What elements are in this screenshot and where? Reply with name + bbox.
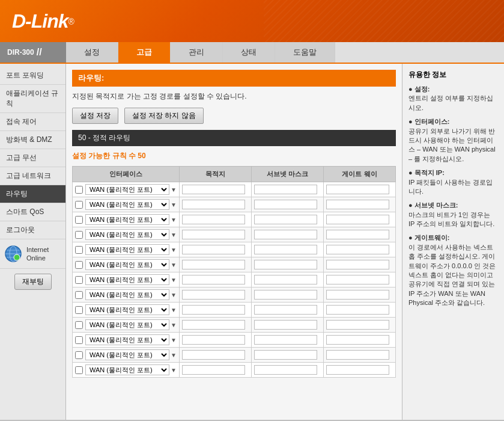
nosave-button[interactable]: 설정 저장 하지 않음 [124,108,204,124]
iface-select[interactable]: WAN (물리적인 포트) [85,214,169,225]
row-checkbox[interactable] [75,351,83,359]
sidebar-item-advnetwork[interactable]: 고급 네트워크 [0,167,65,185]
row-checkbox[interactable] [75,306,83,314]
subnet-input[interactable] [254,245,317,254]
table-row: WAN (물리적인 포트) ▼ [73,333,396,348]
tab-advanced[interactable]: 고급 [118,42,171,63]
iface-select[interactable]: WAN (물리적인 포트) [85,199,169,210]
sidebar-item-logout[interactable]: 로그아웃 [0,221,65,239]
sidebar-item-apprules[interactable]: 애플리케이션 규칙 [0,85,65,113]
iface-cell: WAN (물리적인 포트) ▼ [73,242,180,257]
sidebar-item-qos[interactable]: 스마트 QoS [0,203,65,221]
destination-input[interactable] [182,350,245,360]
reboot-button[interactable]: 재부팅 [14,274,52,290]
destination-input[interactable] [182,305,245,315]
destination-input[interactable] [182,275,245,284]
destination-input[interactable] [182,335,245,345]
sidebar-item-advwireless[interactable]: 고급 무선 [0,149,65,167]
subnet-input[interactable] [254,230,317,239]
subnet-input[interactable] [254,320,317,330]
gateway-cell [323,182,395,197]
destination-input[interactable] [182,290,245,300]
iface-cell: WAN (물리적인 포트) ▼ [73,303,180,318]
destination-input[interactable] [182,215,245,224]
tab-management[interactable]: 관리 [171,42,223,63]
subnet-input[interactable] [254,275,317,284]
destination-input[interactable] [182,185,245,194]
row-checkbox[interactable] [75,321,83,329]
iface-select[interactable]: WAN (물리적인 포트) [85,184,169,195]
destination-input[interactable] [182,230,245,239]
iface-select[interactable]: WAN (물리적인 포트) [85,274,169,285]
sidebar-item-firewall[interactable]: 방화벽 & DMZ [0,131,65,149]
subnet-input[interactable] [254,365,317,375]
iface-select[interactable]: WAN (물리적인 포트) [85,304,169,315]
gateway-input[interactable] [326,305,389,315]
internet-status-text: InternetOnline [26,245,49,263]
iface-select[interactable]: WAN (물리적인 포트) [85,244,169,255]
table-section-header: 50 - 정적 라우팅 [72,130,396,146]
subnet-input[interactable] [254,215,317,224]
destination-input[interactable] [182,260,245,269]
row-checkbox[interactable] [75,231,83,239]
destination-input[interactable] [182,245,245,254]
gateway-input[interactable] [326,350,389,360]
save-button[interactable]: 설정 저장 [72,108,118,124]
row-checkbox[interactable] [75,366,83,374]
iface-cell: WAN (물리적인 포트) ▼ [73,227,180,242]
iface-select[interactable]: WAN (물리적인 포트) [85,289,169,300]
row-checkbox[interactable] [75,216,83,224]
iface-select[interactable]: WAN (물리적인 포트) [85,349,169,360]
gateway-input[interactable] [326,365,389,375]
iface-select[interactable]: WAN (물리적인 포트) [85,259,169,270]
logo: D-Link® [12,10,74,32]
gateway-input[interactable] [326,335,389,345]
destination-input[interactable] [182,320,245,330]
iface-cell: WAN (물리적인 포트) ▼ [73,212,180,227]
row-checkbox[interactable] [75,201,83,209]
row-checkbox[interactable] [75,336,83,344]
row-checkbox[interactable] [75,276,83,284]
destination-input[interactable] [182,200,245,209]
gateway-cell [323,272,395,287]
gateway-input[interactable] [326,215,389,224]
iface-select[interactable]: WAN (물리적인 포트) [85,364,169,375]
section-description: 지정된 목적지로 가는 고정 경로를 설정할 수 있습니다. [72,91,396,102]
gateway-input[interactable] [326,275,389,284]
gateway-input[interactable] [326,185,389,194]
row-checkbox[interactable] [75,261,83,269]
tab-status[interactable]: 상태 [223,42,275,63]
iface-select[interactable]: WAN (물리적인 포트) [85,229,169,240]
subnet-input[interactable] [254,200,317,209]
gateway-input[interactable] [326,245,389,254]
tab-settings[interactable]: 설정 [66,42,118,63]
sidebar-item-portforward[interactable]: 포트 포워딩 [0,67,65,85]
gateway-input[interactable] [326,200,389,209]
sidebar-item-access[interactable]: 접속 제어 [0,113,65,131]
destination-input[interactable] [182,365,245,375]
row-checkbox[interactable] [75,246,83,254]
sidebar-item-routing[interactable]: 라우팅 [0,185,65,203]
gateway-input[interactable] [326,260,389,269]
subnet-input[interactable] [254,335,317,345]
info-panel: 유용한 정보 ● 설정: 엔트리 설정 여부를 지정하십시오. ● 인터페이스:… [402,64,504,420]
subnet-input[interactable] [254,350,317,360]
model-badge: DIR-300 // [0,42,66,63]
subnet-input[interactable] [254,185,317,194]
row-checkbox[interactable] [75,291,83,299]
gateway-input[interactable] [326,320,389,330]
gateway-input[interactable] [326,290,389,300]
subnet-input[interactable] [254,290,317,300]
info-item-1: ● 인터페이스: 공유기 외부로 나가기 위해 반드시 사용해야 하는 인터페이… [408,117,498,164]
dropdown-arrow-icon: ▼ [171,201,177,208]
gateway-input[interactable] [326,230,389,239]
subnet-input[interactable] [254,260,317,269]
tab-help[interactable]: 도움말 [275,42,335,63]
iface-select[interactable]: WAN (물리적인 포트) [85,334,169,345]
row-checkbox[interactable] [75,186,83,194]
iface-cell: WAN (물리적인 포트) ▼ [73,272,180,287]
subnet-input[interactable] [254,305,317,315]
iface-select[interactable]: WAN (물리적인 포트) [85,319,169,330]
dropdown-arrow-icon: ▼ [171,262,177,268]
dropdown-arrow-icon: ▼ [171,217,177,223]
